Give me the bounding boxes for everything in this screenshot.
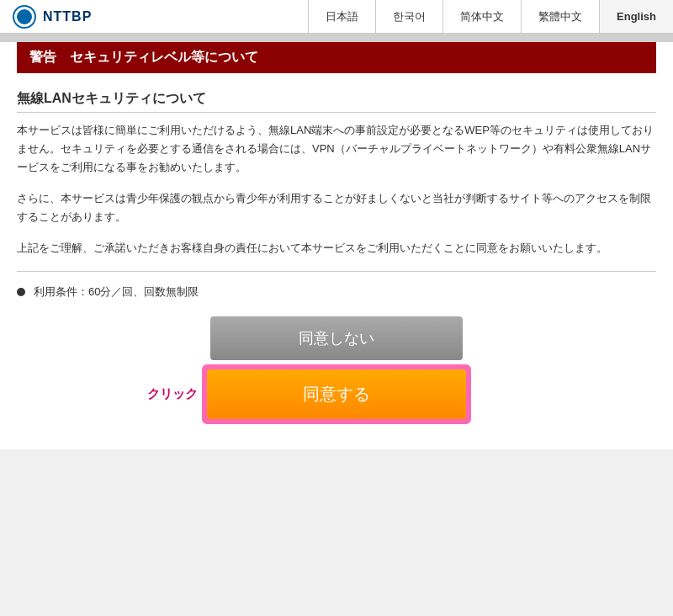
section-title: 無線LANセキュリティについて: [17, 90, 656, 113]
paragraph-2: さらに、本サービスは青少年保護の観点から青少年が利用することが好ましくないと当社…: [17, 189, 656, 226]
agree-button[interactable]: 同意する: [207, 369, 466, 419]
content-divider: [17, 271, 656, 272]
logo-text: NTTBP: [43, 9, 92, 24]
lang-tab-zh-cn[interactable]: 简体中文: [442, 0, 521, 33]
lang-tab-ja[interactable]: 日本語: [308, 0, 375, 33]
lang-tab-ko[interactable]: 한국어: [375, 0, 442, 33]
main-content: 警告 セキュリティレベル等について 無線LANセキュリティについて 本サービスは…: [0, 42, 673, 449]
language-nav: 日本語 한국어 简体中文 繁體中文 English: [308, 0, 673, 33]
paragraph-1: 本サービスは皆様に簡単にご利用いただけるよう、無線LAN端末への事前設定が必要と…: [17, 121, 656, 177]
header: NTTBP 日本語 한국어 简体中文 繁體中文 English: [0, 0, 673, 34]
agree-button-highlight: 同意する: [202, 364, 471, 424]
logo-icon: [13, 5, 36, 29]
paragraph-3: 上記をご理解、ご承諾いただきお客様自身の責任において本サービスをご利用いただくこ…: [17, 239, 656, 258]
click-label: クリック: [147, 386, 198, 402]
bullet-item: 利用条件：60分／回、回数無制限: [17, 284, 656, 300]
warning-bar: 警告 セキュリティレベル等について: [17, 42, 656, 73]
header-separator: [0, 34, 673, 42]
logo-area: NTTBP: [0, 5, 104, 29]
buttons-area: 同意しない クリック 同意する: [17, 316, 656, 424]
bullet-dot-icon: [17, 288, 25, 296]
lang-tab-en[interactable]: English: [599, 0, 673, 33]
warning-bar-label: 警告 セキュリティレベル等について: [29, 50, 258, 64]
disagree-button[interactable]: 同意しない: [210, 316, 463, 360]
agree-button-wrapper: クリック 同意する: [202, 364, 471, 424]
bullet-item-text: 利用条件：60分／回、回数無制限: [34, 284, 199, 300]
lang-tab-zh-tw[interactable]: 繁體中文: [521, 0, 599, 33]
